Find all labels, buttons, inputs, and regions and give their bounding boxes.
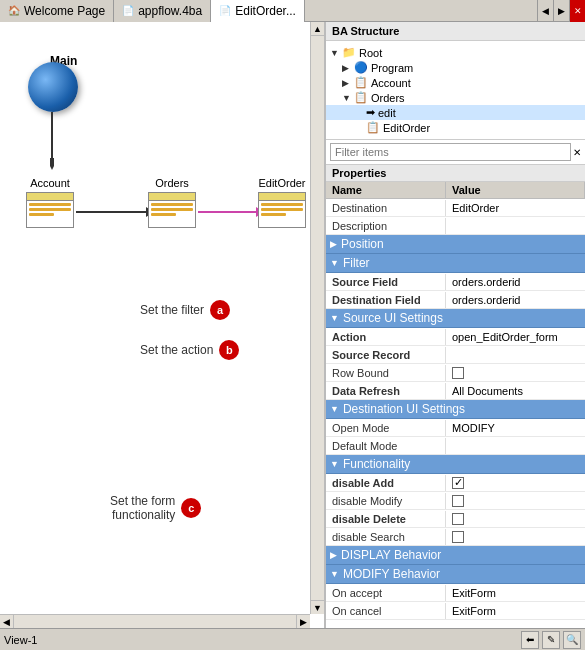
orders-node-label: Orders: [155, 177, 189, 189]
orders-node[interactable]: Orders: [148, 177, 196, 228]
account-node-icon: [26, 192, 74, 228]
tree-account-arrow[interactable]: ▶: [342, 78, 354, 88]
props-col-name: Name: [326, 182, 446, 198]
prop-disable-delete-value[interactable]: [446, 510, 585, 527]
prop-action-row: Action open_EditOrder_form: [326, 328, 585, 346]
tree-edit-label: edit: [378, 107, 396, 119]
prop-disable-modify-row: disable Modify: [326, 492, 585, 510]
step-c-circle: c: [181, 498, 201, 518]
arrow-account-orders: [76, 207, 154, 217]
disable-modify-checkbox[interactable]: [452, 495, 464, 507]
step-b-label: Set the action b: [140, 340, 239, 360]
disable-add-checkbox[interactable]: [452, 477, 464, 489]
tree-orders-arrow[interactable]: ▼: [342, 93, 354, 103]
h-scrollbar[interactable]: ◀ ▶: [0, 614, 310, 628]
section-filter[interactable]: ▼ Filter: [326, 254, 585, 273]
tree-program[interactable]: ▶ 🔵 Program: [326, 60, 585, 75]
step-a-circle: a: [210, 300, 230, 320]
tab-nav-next[interactable]: ▶: [553, 0, 569, 22]
section-dest-ui[interactable]: ▼ Destination UI Settings: [326, 400, 585, 419]
prop-source-field-value[interactable]: orders.orderid: [446, 274, 585, 290]
filter-clear-btn[interactable]: ✕: [573, 147, 581, 158]
scroll-down-btn[interactable]: ▼: [311, 600, 324, 614]
row-bound-checkbox[interactable]: [452, 367, 464, 379]
section-functionality-label: Functionality: [343, 457, 410, 471]
tab-welcome-label: Welcome Page: [24, 4, 105, 18]
status-back-btn[interactable]: ⬅: [521, 631, 539, 649]
prop-row-bound-value[interactable]: [446, 364, 585, 381]
prop-on-cancel-value[interactable]: ExitForm: [446, 603, 585, 619]
account-node[interactable]: Account: [26, 177, 74, 228]
tree-root-arrow[interactable]: ▼: [330, 48, 342, 58]
props-col-headers: Name Value: [326, 182, 585, 199]
tree-orders-label: Orders: [371, 92, 405, 104]
prop-default-mode-name: Default Mode: [326, 438, 446, 454]
arrow-sphere-account: [50, 112, 54, 172]
scroll-track-v: [311, 36, 324, 600]
section-position-label: Position: [341, 237, 384, 251]
step-b-text: Set the action: [140, 343, 213, 357]
tree-root[interactable]: ▼ 📁 Root: [326, 45, 585, 60]
disable-search-checkbox[interactable]: [452, 531, 464, 543]
prop-destination-value[interactable]: EditOrder: [446, 200, 585, 216]
status-bar: View-1 ⬅ ✎ 🔍: [0, 628, 585, 650]
tab-close-btn[interactable]: ✕: [569, 0, 585, 22]
section-display-behavior[interactable]: ▶ DISPLAY Behavior: [326, 546, 585, 565]
section-position[interactable]: ▶ Position: [326, 235, 585, 254]
section-functionality-arrow: ▼: [330, 459, 339, 469]
scroll-up-btn[interactable]: ▲: [311, 22, 324, 36]
prop-data-refresh-name: Data Refresh: [326, 383, 446, 399]
prop-on-accept-value[interactable]: ExitForm: [446, 585, 585, 601]
svg-marker-1: [50, 158, 54, 170]
prop-disable-add-value[interactable]: [446, 474, 585, 491]
disable-delete-checkbox[interactable]: [452, 513, 464, 525]
prop-action-value[interactable]: open_EditOrder_form: [446, 329, 585, 345]
prop-data-refresh-value[interactable]: All Documents: [446, 383, 585, 399]
main-area: Main Account Ord: [0, 22, 585, 628]
prop-open-mode-row: Open Mode MODIFY: [326, 419, 585, 437]
section-modify-behavior-arrow: ▼: [330, 569, 339, 579]
prop-destination-row: Destination EditOrder: [326, 199, 585, 217]
tab-nav-prev[interactable]: ◀: [537, 0, 553, 22]
view-label: View-1: [4, 634, 37, 646]
prop-dest-field-value[interactable]: orders.orderid: [446, 292, 585, 308]
prop-description-value[interactable]: [446, 224, 585, 228]
ba-structure-header: BA Structure: [326, 22, 585, 41]
section-modify-behavior[interactable]: ▼ MODIFY Behavior: [326, 565, 585, 584]
tree-account[interactable]: ▶ 📋 Account: [326, 75, 585, 90]
prop-disable-search-value[interactable]: [446, 528, 585, 545]
tab-welcome-icon: 🏠: [8, 5, 20, 16]
status-search-btn[interactable]: 🔍: [563, 631, 581, 649]
props-col-value: Value: [446, 182, 585, 198]
scroll-left-btn[interactable]: ◀: [0, 615, 14, 628]
tree-orders[interactable]: ▼ 📋 Orders: [326, 90, 585, 105]
tab-welcome[interactable]: 🏠 Welcome Page: [0, 0, 114, 22]
prop-default-mode-value[interactable]: [446, 444, 585, 448]
prop-open-mode-value[interactable]: MODIFY: [446, 420, 585, 436]
prop-disable-search-row: disable Search: [326, 528, 585, 546]
tree-program-arrow[interactable]: ▶: [342, 63, 354, 73]
status-edit-btn[interactable]: ✎: [542, 631, 560, 649]
scroll-right-btn[interactable]: ▶: [296, 615, 310, 628]
prop-source-record-name: Source Record: [326, 347, 446, 363]
prop-description-name: Description: [326, 218, 446, 234]
prop-disable-modify-value[interactable]: [446, 492, 585, 509]
section-source-ui[interactable]: ▼ Source UI Settings: [326, 309, 585, 328]
tree-account-icon: 📋: [354, 76, 368, 89]
prop-source-record-value[interactable]: [446, 353, 585, 357]
section-functionality[interactable]: ▼ Functionality: [326, 455, 585, 474]
section-dest-ui-label: Destination UI Settings: [343, 402, 465, 416]
section-position-arrow: ▶: [330, 239, 337, 249]
tab-appflow[interactable]: 📄 appflow.4ba: [114, 0, 211, 22]
step-b-circle: b: [219, 340, 239, 360]
v-scrollbar[interactable]: ▲ ▼: [310, 22, 324, 614]
tab-editorder[interactable]: 📄 EditOrder...: [211, 0, 305, 22]
filter-input[interactable]: [330, 143, 571, 161]
tree-edit-icon: ➡: [366, 106, 375, 119]
tree-editorder[interactable]: 📋 EditOrder: [326, 120, 585, 135]
tree-edit[interactable]: ➡ edit: [326, 105, 585, 120]
orders-node-icon: [148, 192, 196, 228]
tree-account-label: Account: [371, 77, 411, 89]
account-node-label: Account: [30, 177, 70, 189]
editorder-node[interactable]: EditOrder: [258, 177, 306, 228]
